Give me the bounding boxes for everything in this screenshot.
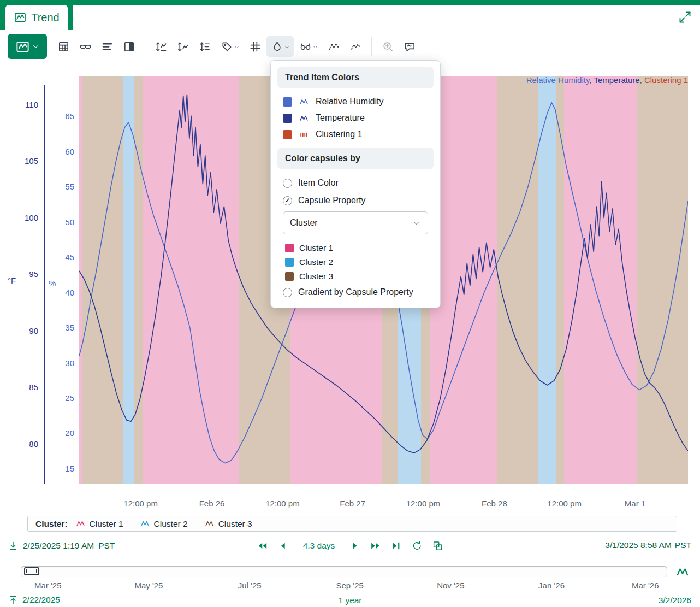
trend-item-row[interactable]: Temperature (277, 110, 434, 126)
toolbar (0, 30, 700, 63)
toolbar-groups (52, 36, 420, 57)
legend-item[interactable]: Temperature (594, 75, 639, 85)
one-yaxis-button[interactable] (173, 36, 193, 57)
tab-trend[interactable]: Trend (5, 5, 68, 30)
item-color-option[interactable]: Item Color (277, 174, 434, 192)
half-step-back-button[interactable] (277, 539, 290, 552)
range-start-date[interactable]: 2/25/2025 1:19 AM (23, 541, 94, 551)
refresh-button[interactable] (410, 539, 423, 552)
cluster-color-row[interactable]: Cluster 2 (277, 255, 434, 269)
cluster-legend-item[interactable]: Cluster 2 (140, 519, 188, 529)
timeline-signal-icon[interactable] (676, 565, 689, 579)
x-tick-label: Feb 28 (482, 499, 507, 508)
step-back-button[interactable] (256, 539, 269, 552)
annotate-button[interactable] (399, 36, 420, 57)
x-tick-label: Feb 27 (340, 499, 365, 508)
y-tick-label: 105 (13, 156, 38, 166)
gridlines-button[interactable] (245, 36, 265, 57)
range-start-arrow-icon[interactable] (8, 540, 19, 551)
toolbar-separator (371, 37, 372, 56)
trend-item-row[interactable]: Relative Humidity (277, 93, 434, 110)
interpolation-button[interactable] (345, 36, 366, 57)
capsule-property-select[interactable]: Cluster (283, 211, 428, 234)
caret-down-icon (284, 44, 290, 50)
cursors-button[interactable] (295, 36, 322, 57)
chain-view-button[interactable] (75, 36, 96, 57)
one-lane-button[interactable] (151, 36, 171, 57)
trend-item-row[interactable]: Clustering 1 (277, 126, 434, 143)
capsule-time-button[interactable] (53, 36, 74, 57)
trend-item-colors-popup: Trend Item Colors Relative HumidityTempe… (270, 60, 441, 308)
timeline-month-label: Nov '25 (437, 581, 464, 590)
auto-update-button[interactable] (431, 539, 444, 552)
cluster-legend-label: Cluster 2 (154, 519, 188, 529)
labels-button[interactable] (216, 36, 244, 57)
investigate-end-date[interactable]: 3/2/2026 (659, 596, 691, 605)
capsule-property-label: Capsule Property (298, 196, 366, 205)
half-step-forward-button[interactable] (348, 539, 361, 552)
signal-icon (204, 519, 215, 528)
toolbar-separator (145, 37, 145, 56)
cluster-legend-label: Cluster 1 (90, 519, 123, 529)
color-button[interactable] (266, 36, 294, 57)
timeline-month-labels: Mar '25May '25Jul '25Sep '25Nov '25Jan '… (21, 581, 667, 590)
range-end-timezone: PST (675, 540, 691, 550)
view-selector-button[interactable] (8, 34, 47, 59)
dimming-button[interactable] (118, 36, 139, 57)
y-tick-label: 35 (52, 323, 74, 332)
cluster-color-swatch (285, 258, 294, 267)
droplet-icon (271, 40, 283, 53)
cluster-color-swatch (285, 244, 294, 252)
compare-view-button[interactable] (97, 36, 117, 57)
go-to-now-button[interactable] (389, 539, 402, 552)
one-yaxis-icon (177, 40, 189, 53)
legend-item[interactable]: Relative Humidity (526, 75, 590, 85)
y-tick-label: 95 (13, 269, 38, 279)
y-axis-line (44, 85, 45, 484)
legend-item[interactable]: Clustering 1 (644, 75, 688, 85)
gradient-label: Gradient by Capsule Property (298, 287, 413, 297)
gridlines-icon (249, 40, 262, 53)
timeline-handle-left[interactable] (26, 569, 27, 573)
timeline-track[interactable] (21, 566, 667, 577)
capsule-property-option[interactable]: ✓ Capsule Property (277, 192, 434, 209)
one-lane-icon (155, 40, 168, 53)
y-tick-label: 25 (52, 393, 74, 403)
investigate-range-start[interactable]: 2/22/2025 (8, 594, 60, 605)
popup-title: Trend Item Colors (277, 67, 434, 88)
chevron-down-icon (412, 219, 421, 228)
signal-icon (140, 519, 150, 528)
axis-percent-ticks: 6560555045403530252015 (52, 76, 74, 484)
zoom-button[interactable] (377, 36, 398, 57)
cluster-color-row[interactable]: Cluster 3 (277, 269, 434, 284)
autoscale-icon (199, 40, 211, 53)
x-tick-label: 12:00 pm (547, 499, 582, 508)
condition-icon (298, 130, 310, 139)
timeline-selection[interactable] (24, 567, 39, 575)
calendar-grid-icon (57, 40, 70, 53)
cluster-legend-label: Cluster 3 (218, 519, 252, 529)
range-controls: 4.3 days (256, 539, 444, 552)
signal-icon (298, 97, 310, 107)
timeline-handle-right[interactable] (36, 569, 37, 573)
gradient-option[interactable]: Gradient by Capsule Property (277, 284, 434, 302)
range-duration[interactable]: 4.3 days (303, 541, 335, 551)
legend-separator: , (640, 75, 644, 85)
autoscale-button[interactable] (194, 36, 215, 57)
y-tick-label: 85 (13, 382, 38, 392)
investigate-duration[interactable]: 1 year (338, 596, 361, 605)
samples-button[interactable] (323, 36, 344, 57)
cluster-color-row[interactable]: Cluster 1 (277, 241, 434, 255)
step-forward-button[interactable] (369, 539, 382, 552)
trend-view-icon (15, 39, 30, 54)
cluster-legend-item[interactable]: Cluster 3 (204, 519, 252, 529)
chain-icon (79, 40, 92, 53)
range-end-date[interactable]: 3/1/2025 8:58 AM (605, 540, 672, 550)
cluster-legend-item[interactable]: Cluster 1 (75, 519, 123, 529)
timeline-month-label: Sep '25 (336, 581, 363, 590)
item-color-label: Item Color (298, 178, 339, 188)
expand-button[interactable] (678, 10, 692, 25)
top-accent-bar (0, 0, 700, 5)
trend-item-label: Temperature (316, 113, 365, 123)
trend-application: Trend °F % 11010510095908580 65605550454… (0, 0, 700, 607)
